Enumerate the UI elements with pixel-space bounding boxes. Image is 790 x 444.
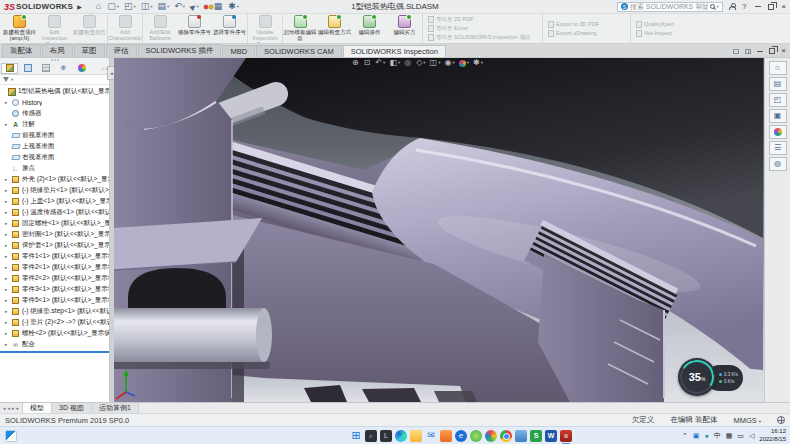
3d-views-tab[interactable]: 3D 视图	[52, 403, 92, 413]
filter-dropdown-icon[interactable]: ▾	[11, 77, 13, 82]
tree-item-insulating-gasket[interactable]: ▸ (-) 绝缘垫片<1> (默认<<默认>_显	[0, 185, 109, 196]
chrome-icon[interactable]	[500, 430, 512, 442]
taskbar-clock[interactable]: 16:12 2022/8/15	[759, 428, 786, 442]
close-icon[interactable]: ×	[781, 3, 786, 11]
help-button[interactable]: ?	[742, 2, 746, 11]
tab-addins[interactable]: SOLIDWORKS 插件	[138, 44, 222, 57]
tree-item-bolt-2[interactable]: ▸ 螺栓<2> (默认<<默认>_显示状态	[0, 328, 109, 339]
forum-icon[interactable]: ◍	[769, 157, 787, 171]
export-2d-pdf-button[interactable]: 导出至 2D PDF	[428, 16, 537, 23]
tree-item-sensors[interactable]: 传感器	[0, 108, 109, 119]
tree-item-mates[interactable]: ▸ 配合	[0, 339, 109, 350]
doctab-scroll-first-icon[interactable]: ◂	[3, 405, 6, 411]
solidworks-resources-icon[interactable]: ⌂	[769, 61, 787, 75]
tree-item-fixing-bolt[interactable]: ▸ 固定螺栓<1> (默认<<默认>_显示	[0, 218, 109, 229]
tree-item-top-plane[interactable]: 上视基准面	[0, 141, 109, 152]
pane-icon[interactable]	[733, 49, 739, 54]
dynamic-annotation-icon[interactable]: ◎	[404, 59, 412, 67]
tab-assembly[interactable]: 装配体	[2, 44, 41, 57]
tray-expand-icon[interactable]: ⌃	[682, 432, 688, 440]
custom-properties-icon[interactable]: ☰	[769, 141, 787, 155]
doc-restore-icon[interactable]	[769, 48, 775, 54]
doctab-scroll-next-icon[interactable]: ▸	[12, 405, 15, 411]
appearances-icon[interactable]: ●	[769, 125, 787, 139]
edit-inspection-project-button[interactable]: Edit Inspection Project	[37, 14, 72, 43]
tree-item-top-cover[interactable]: ▸ (-) 上盖<1> (默认<<默认>_显示状	[0, 196, 109, 207]
add-edit-balloons-button[interactable]: Add/Edit Balloons	[142, 14, 177, 43]
tree-item-housing[interactable]: ▸ 外壳 (2)<1> (默认<<默认>_显示状	[0, 174, 109, 185]
tree-item-part5-1[interactable]: ▸ 零件5<1> (默认<<默认>_显示状态	[0, 295, 109, 306]
featuremanager-tab[interactable]	[1, 63, 18, 74]
volume-icon[interactable]: ◁	[749, 432, 754, 440]
net-inspect-button[interactable]: Net-Inspect	[636, 30, 691, 37]
tree-item-part2-2[interactable]: ▸ 零件2<2> (默认<<默认>_显示状态	[0, 273, 109, 284]
view-palette-icon[interactable]: ▣	[769, 109, 787, 123]
network-icon[interactable]: ▭	[737, 432, 744, 440]
design-library-icon[interactable]: ▤	[769, 77, 787, 91]
search-icon[interactable]	[710, 4, 715, 9]
tab-mbd[interactable]: MBD	[222, 45, 255, 57]
office-icon[interactable]	[440, 430, 452, 442]
globe-icon[interactable]	[777, 416, 785, 424]
edge-icon[interactable]	[395, 430, 407, 442]
search-input[interactable]: S 搜索 SOLIDWORKS 帮助 ▾	[617, 2, 723, 12]
edit-operations-button[interactable]: 编辑操作	[352, 14, 387, 43]
hide-show-items-icon[interactable]: ◉ ▾	[444, 59, 454, 67]
word-icon[interactable]: W	[545, 430, 557, 442]
open-icon[interactable]: ◰ ▾	[124, 2, 136, 11]
add-characteristic-button[interactable]: Add Characteristic	[107, 14, 142, 43]
graphics-area[interactable]: ⊕ ⊡ ↶ ▾ ◧ ▾ ◎ ◇	[114, 58, 764, 402]
tab-cam[interactable]: SOLIDWORKS CAM	[256, 45, 342, 57]
ime-icon[interactable]: 中	[714, 431, 721, 441]
tree-item-front-plane[interactable]: 前视基准面	[0, 130, 109, 141]
edit-appearance-icon[interactable]: ● ▾	[459, 60, 469, 67]
new-document-icon[interactable]: ▢ ▾	[107, 2, 119, 11]
tree-filter[interactable]: ▾	[0, 75, 109, 85]
export-inspection-project-button[interactable]: 导出至 SOLIDWORKS Inspection 项目	[428, 34, 537, 41]
launch-template-editor-button[interactable]: 启动模板编辑器	[282, 14, 317, 43]
qualityxpert-button[interactable]: QualityXpert	[636, 21, 691, 28]
browser-icon[interactable]: e	[455, 430, 467, 442]
tab-sketch[interactable]: 草图	[74, 44, 105, 57]
view-orientation-icon[interactable]: ◇ ▾	[416, 59, 425, 67]
tree-end-bar[interactable]	[0, 351, 109, 353]
tree-item-part2-1[interactable]: ▸ 零件2<1> (默认<<默认>_显示状态	[0, 262, 109, 273]
notes-app-icon[interactable]	[515, 430, 527, 442]
tree-item-origin[interactable]: 原点	[0, 163, 109, 174]
dimxpertmanager-tab[interactable]: ⊕	[55, 63, 72, 74]
export-edrawing-button[interactable]: Export eDrawing	[548, 30, 625, 37]
export-3d-pdf-button[interactable]: Export to 3D PDF	[548, 21, 625, 28]
update-inspection-project-button[interactable]: Update Inspection Project	[247, 14, 282, 43]
zoom-area-icon[interactable]: ⊡	[364, 59, 372, 67]
solidworks-icon[interactable]: ≋	[560, 430, 572, 442]
3d-model-view[interactable]	[114, 58, 763, 402]
tree-item-seal-ring[interactable]: ▸ 密封圈<1> (默认<<默认>_显示状	[0, 229, 109, 240]
login-icon[interactable]	[729, 3, 736, 10]
new-inspection-report-button[interactable]: 新建检查报告	[72, 14, 107, 43]
doc-close-icon[interactable]: ×	[781, 47, 786, 55]
select-icon[interactable]: ▶ ▾	[190, 3, 199, 10]
select-balloons-button[interactable]: 选择零件序号	[212, 14, 247, 43]
search-dropdown-icon[interactable]: ▾	[717, 4, 719, 9]
print-icon[interactable]: ▤ ▾	[158, 2, 170, 11]
tab-inspection[interactable]: SOLIDWORKS Inspection	[343, 45, 446, 57]
restore-icon[interactable]	[768, 4, 774, 10]
doc-minimize-icon[interactable]	[757, 51, 763, 52]
tree-item-gasket-2[interactable]: ▸ (-) 垫片 (2)<2> ->? (默认<<默认	[0, 317, 109, 328]
edit-customers-button[interactable]: 编辑买方	[387, 14, 422, 43]
doctab-scroll-last-icon[interactable]: ▸	[17, 405, 20, 411]
security-tray-icon[interactable]: ●	[704, 432, 708, 439]
tab-layout[interactable]: 布局	[42, 44, 73, 57]
display-style-icon[interactable]: ◫ ▾	[430, 59, 441, 67]
view-settings-icon[interactable]: ✱ ▾	[473, 59, 483, 67]
wps-icon[interactable]: S	[530, 430, 542, 442]
memory-usage-ball[interactable]: 35 %	[678, 358, 716, 396]
home-icon[interactable]: ⌂	[96, 2, 102, 11]
file-explorer-icon[interactable]: ◰	[769, 93, 787, 107]
tree-item-temperature-sensor[interactable]: ▸ (-) 温度传感器<1> (默认<<默认>_	[0, 207, 109, 218]
task-view-button[interactable]: L	[380, 430, 392, 442]
configurationmanager-tab[interactable]	[37, 63, 54, 74]
options-icon[interactable]: ✱ ▾	[228, 2, 239, 11]
logo-flyout-arrow-icon[interactable]: ▶	[77, 3, 82, 10]
undo-icon[interactable]: ↶ ▾	[174, 2, 185, 11]
